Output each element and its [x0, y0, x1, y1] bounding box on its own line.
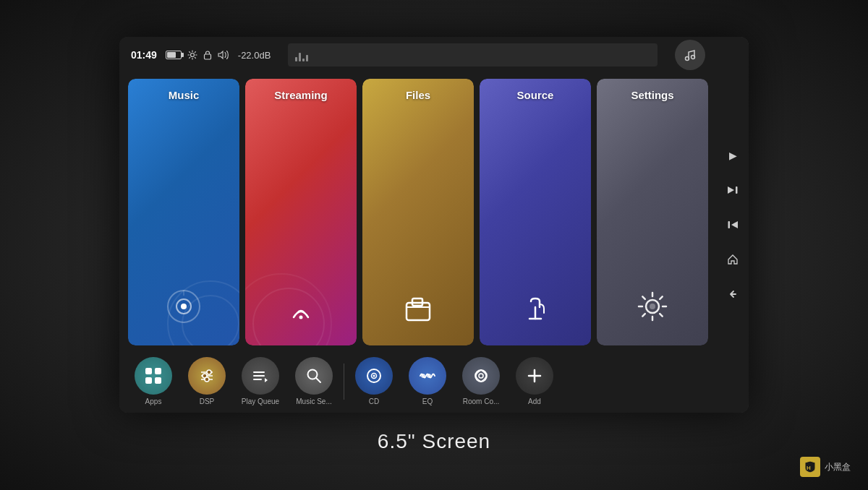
bottom-toolbar: Apps DSP: [119, 351, 717, 413]
tile-music[interactable]: Music: [128, 79, 239, 345]
volume-icon: [218, 50, 229, 60]
svg-point-0: [190, 53, 194, 57]
prev-button[interactable]: [721, 213, 744, 236]
toolbar-dsp-label: DSP: [200, 397, 215, 405]
svg-rect-37: [736, 186, 738, 194]
play-button[interactable]: ▶: [721, 144, 744, 167]
tile-source-icon: [519, 293, 551, 331]
right-sidebar: ▶: [717, 37, 749, 413]
search-bar[interactable]: [288, 43, 658, 66]
toolbar-cd-label: CD: [369, 397, 379, 405]
screen-area: 01:49: [119, 37, 717, 413]
svg-rect-16: [155, 377, 161, 384]
toolbar-room-correction-label: Room Co...: [463, 397, 500, 405]
tile-streaming[interactable]: Streaming: [245, 79, 357, 345]
svg-point-34: [479, 374, 483, 378]
tile-source-label: Source: [517, 89, 554, 101]
svg-rect-14: [155, 368, 161, 374]
tile-music-icon: [166, 288, 202, 331]
logo-badge: H 小黑盒: [800, 457, 851, 477]
toolbar-music-search[interactable]: Music Se...: [289, 357, 339, 405]
status-bar: 01:49: [119, 37, 717, 73]
toolbar-music-search-label: Music Se...: [296, 397, 331, 405]
toolbar-cd[interactable]: CD: [349, 357, 399, 405]
toolbar-apps-label: Apps: [145, 397, 162, 405]
svg-rect-15: [145, 377, 152, 384]
volume-level: -22.0dB: [238, 50, 271, 61]
tile-files-label: Files: [406, 89, 430, 101]
toolbar-dsp[interactable]: DSP: [182, 357, 232, 405]
svg-point-30: [373, 375, 375, 377]
tile-files-icon: [402, 293, 434, 331]
back-button[interactable]: [721, 283, 744, 306]
svg-point-21: [207, 370, 211, 374]
settings-status-icon: [187, 50, 197, 60]
svg-rect-1: [204, 54, 210, 59]
svg-point-8: [299, 316, 303, 319]
svg-rect-38: [728, 221, 731, 228]
tile-settings-icon: [634, 288, 671, 331]
toolbar-add-label: Add: [528, 397, 541, 405]
toolbar-play-queue-label: Play Queue: [242, 397, 279, 405]
toolbar-apps[interactable]: Apps: [128, 357, 179, 405]
svg-point-2: [686, 57, 689, 61]
toolbar-play-queue[interactable]: Play Queue: [235, 357, 286, 405]
spectrum-icon: [295, 48, 308, 61]
next-button[interactable]: [721, 179, 744, 202]
status-time: 01:49: [131, 49, 157, 61]
tile-streaming-icon: [285, 293, 317, 331]
svg-point-6: [181, 304, 187, 309]
svg-line-27: [316, 378, 320, 382]
toolbar-eq-label: EQ: [422, 397, 433, 405]
device-frame: 01:49: [119, 37, 749, 413]
tiles-container: Music Streaming: [119, 73, 717, 351]
svg-point-3: [692, 56, 695, 59]
lock-icon: [203, 50, 212, 60]
toolbar-divider: [344, 364, 344, 400]
toolbar-add[interactable]: Add: [509, 357, 560, 405]
music-now-playing-button[interactable]: [675, 40, 705, 70]
svg-text:H: H: [807, 465, 811, 471]
svg-rect-13: [145, 368, 152, 374]
tile-streaming-label: Streaming: [274, 89, 327, 101]
tile-source[interactable]: Source: [480, 79, 591, 345]
screen-caption: 6.5" Screen: [378, 430, 490, 453]
toolbar-eq[interactable]: EQ: [402, 357, 453, 405]
svg-point-33: [475, 370, 487, 382]
battery-icon: [166, 51, 182, 59]
tile-settings-label: Settings: [631, 89, 673, 101]
logo-icon: H: [800, 457, 820, 477]
svg-point-22: [205, 377, 209, 382]
logo-text: 小黑盒: [825, 461, 851, 473]
tile-settings[interactable]: Settings: [597, 79, 708, 345]
tile-music-label: Music: [169, 89, 200, 101]
home-button[interactable]: [721, 248, 744, 271]
toolbar-room-correction[interactable]: Room Co...: [456, 357, 506, 405]
tile-files[interactable]: Files: [362, 79, 474, 345]
svg-point-12: [650, 304, 655, 309]
